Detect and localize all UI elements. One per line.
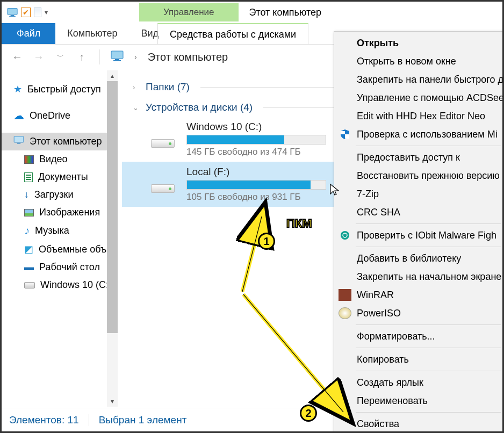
annotation-arrows (2, 2, 504, 433)
annotation-badge-1: 1 (258, 233, 275, 250)
annotation-pkm-label: ПКМ (286, 216, 312, 230)
annotation-badge-2: 2 (300, 405, 317, 422)
